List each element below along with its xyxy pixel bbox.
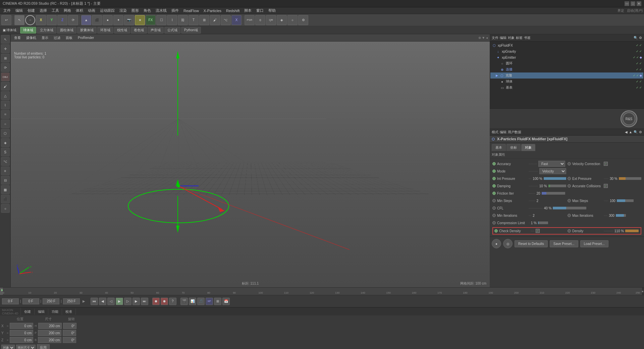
menu-volume[interactable]: 体积: [74, 7, 85, 14]
user-avatar[interactable]: R&S: [621, 110, 637, 127]
max-iter-slider[interactable]: [616, 214, 626, 217]
left-extra8[interactable]: ⟐: [1, 204, 10, 213]
compression-radio[interactable]: [492, 221, 496, 225]
minimize-button[interactable]: —: [625, 1, 629, 6]
ext-pressure-radio[interactable]: [568, 177, 571, 180]
y-size-input[interactable]: [38, 330, 61, 336]
left-loop[interactable]: ○: [1, 119, 10, 128]
tool-box[interactable]: ☐: [156, 15, 166, 25]
view-btn-prorender[interactable]: ProRender: [76, 36, 95, 40]
props-edit[interactable]: 编辑: [500, 130, 506, 135]
left-clone[interactable]: ⬡: [1, 129, 10, 138]
menu-tools[interactable]: 工具: [50, 7, 61, 14]
left-move[interactable]: ✛: [1, 44, 10, 53]
clapper-button[interactable]: 🎬: [180, 298, 188, 305]
props-settings-icon[interactable]: ⚙: [639, 130, 642, 134]
go-start-button[interactable]: ⏮: [91, 298, 98, 305]
x-size-input[interactable]: [38, 323, 62, 329]
tool-light[interactable]: ✦: [113, 15, 123, 25]
menu-xparticles[interactable]: X-Particles: [202, 8, 223, 13]
scene-search-icon[interactable]: 🔍: [634, 36, 638, 40]
apply-button[interactable]: 应用: [37, 344, 50, 349]
accurate-checkbox[interactable]: [604, 184, 608, 188]
mode-sphere[interactable]: 球体域: [20, 27, 36, 34]
tab-object[interactable]: 对象: [521, 144, 535, 151]
menu-redshift[interactable]: Redshift: [224, 8, 241, 13]
circle-btn-1[interactable]: ●: [492, 239, 501, 248]
tree-item-xpfluidfx[interactable]: ⬡ xpFluidFX ✓ ✓: [490, 42, 643, 48]
prev-frame-button[interactable]: ◀: [99, 298, 106, 305]
menu-realflow[interactable]: RealFlow: [181, 8, 201, 13]
accuracy-dropdown[interactable]: Fast Medium High: [538, 161, 565, 167]
tool-link[interactable]: ⛓: [178, 15, 188, 25]
tool-camera[interactable]: 📷: [124, 15, 134, 25]
left-scale[interactable]: ⊞: [1, 54, 10, 62]
timeline-button[interactable]: 📊: [189, 298, 196, 305]
tool-sphere[interactable]: ●: [103, 15, 113, 25]
left-extra1[interactable]: ◈: [1, 138, 10, 147]
record-button[interactable]: ⏺: [152, 298, 160, 305]
tool-extra2[interactable]: ⟐: [287, 15, 298, 25]
tool-extra1[interactable]: ◈: [277, 15, 287, 25]
z-pos-input[interactable]: [10, 337, 33, 343]
view-btn-look[interactable]: 查看: [13, 35, 22, 41]
menu-plugins[interactable]: 插件: [169, 7, 181, 14]
int-pressure-radio[interactable]: [492, 177, 496, 180]
menu-character[interactable]: 角色: [142, 7, 153, 14]
scene-tab-file[interactable]: 文件: [492, 36, 498, 40]
min-steps-radio[interactable]: [492, 199, 496, 202]
menu-graphics[interactable]: 图形: [129, 7, 141, 14]
tree-item-clone[interactable]: ▶ ⬡ 克隆 ✓ ✓ ◆: [490, 72, 643, 79]
mode-radio[interactable]: [492, 169, 496, 173]
grid-button[interactable]: ⊞: [214, 298, 221, 305]
tool-sub[interactable]: ⊞: [199, 15, 209, 25]
timeline[interactable]: ▶ 0 10 20 30 40 50 60 70 80 90 100 110 1…: [0, 287, 644, 295]
left-extra5[interactable]: ⊟: [1, 176, 10, 185]
max-steps-radio[interactable]: [568, 199, 571, 202]
mode-python[interactable]: Python域: [181, 27, 201, 34]
tool-paint[interactable]: 🖌: [210, 15, 220, 25]
props-userdata[interactable]: 用户数据: [508, 130, 521, 135]
tool-psr[interactable]: PSR: [245, 15, 255, 25]
viewport-canvas[interactable]: Number of emitters: 1 Total live particl…: [11, 42, 490, 287]
tool-text[interactable]: T: [189, 15, 199, 25]
tool-xp[interactable]: X: [231, 15, 241, 25]
tree-item-connect[interactable]: ⊕ 连接 ✓ ✓: [490, 66, 643, 72]
scene-tab-edit[interactable]: 编辑: [500, 36, 506, 40]
mode-torus[interactable]: 环形域: [97, 27, 113, 34]
menu-window[interactable]: 窗口: [254, 7, 266, 14]
view-btn-panel[interactable]: 面板: [64, 35, 74, 41]
tree-item-torus[interactable]: ○ 圆环 ✓ ✓: [490, 60, 643, 66]
check-density-radio[interactable]: [494, 229, 498, 233]
left-poly[interactable]: △: [1, 91, 10, 100]
menu-mesh[interactable]: 网格: [62, 7, 73, 14]
circle-btn-2[interactable]: ◎: [503, 239, 513, 248]
left-knife[interactable]: ⌗: [1, 110, 10, 119]
y-pos-input[interactable]: [10, 330, 33, 336]
step-back-button[interactable]: ◁: [107, 298, 115, 305]
menu-render[interactable]: 渲染: [117, 7, 129, 14]
menu-script[interactable]: 脚本: [242, 7, 254, 14]
y-rot-input[interactable]: [63, 330, 76, 336]
next-frame-button[interactable]: ▶: [132, 298, 140, 305]
tree-item-base[interactable]: ▭ 基表 ✓ ✓: [490, 85, 643, 91]
velocity-correction-checkbox[interactable]: [604, 162, 608, 166]
load-preset-button[interactable]: Load Preset...: [580, 240, 608, 247]
tool-cube[interactable]: ⬛: [92, 15, 102, 25]
ext-pressure-slider[interactable]: [619, 177, 641, 180]
mode-color[interactable]: 着色域: [131, 27, 147, 34]
current-frame-input[interactable]: [22, 298, 39, 304]
friction-slider[interactable]: [542, 192, 565, 195]
props-pin-icon[interactable]: ◀: [625, 130, 628, 134]
maximize-button[interactable]: □: [631, 1, 635, 6]
size-mode-select[interactable]: 绝对尺寸 相对尺寸: [16, 345, 36, 349]
tool-z[interactable]: Z: [57, 15, 67, 25]
mode-formula[interactable]: 公式域: [164, 27, 180, 34]
scene-tab-bookmark[interactable]: 书签: [524, 36, 531, 40]
menu-help[interactable]: 帮助: [266, 7, 278, 14]
save-preset-button[interactable]: Save Preset...: [550, 240, 578, 247]
viewport[interactable]: 查看 摄像机 显示 过滤 面板 ProRender ⊕ ▼ ◂ Number o…: [11, 34, 490, 287]
props-lock-icon[interactable]: ▲: [629, 130, 632, 134]
cfl-slider[interactable]: [553, 207, 586, 209]
z-rot-input[interactable]: [63, 337, 76, 343]
